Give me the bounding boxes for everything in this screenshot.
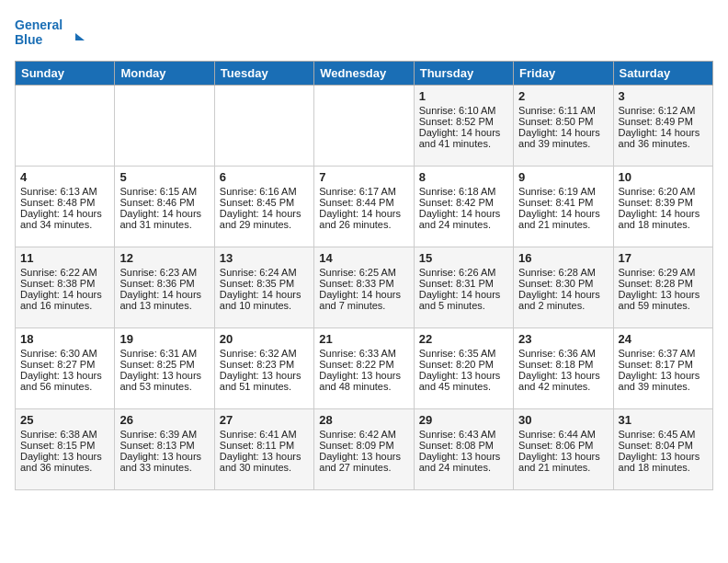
calendar-cell: 16Sunrise: 6:28 AMSunset: 8:30 PMDayligh…: [514, 247, 613, 328]
day-of-week-header: Wednesday: [314, 62, 414, 86]
sunrise-text: Sunrise: 6:31 AM: [119, 348, 209, 359]
calendar-cell: [314, 86, 414, 167]
svg-marker-2: [75, 33, 85, 40]
sunset-text: Sunset: 8:30 PM: [518, 278, 608, 289]
sunset-text: Sunset: 8:06 PM: [518, 440, 608, 451]
day-number: 22: [419, 332, 508, 346]
sunrise-text: Sunrise: 6:18 AM: [419, 186, 508, 197]
calendar-cell: 27Sunrise: 6:41 AMSunset: 8:11 PMDayligh…: [214, 409, 313, 490]
daylight-text: Daylight: 14 hours and 26 minutes.: [319, 208, 408, 230]
daylight-text: Daylight: 14 hours and 5 minutes.: [419, 289, 508, 311]
daylight-text: Daylight: 14 hours and 2 minutes.: [518, 289, 608, 311]
daylight-text: Daylight: 13 hours and 51 minutes.: [220, 370, 309, 392]
sunrise-text: Sunrise: 6:35 AM: [419, 348, 508, 359]
day-number: 5: [119, 170, 209, 184]
sunrise-text: Sunrise: 6:41 AM: [220, 429, 309, 440]
day-number: 9: [518, 170, 608, 184]
day-of-week-header: Sunday: [16, 62, 115, 86]
daylight-text: Daylight: 14 hours and 21 minutes.: [518, 208, 608, 230]
calendar-body: 1Sunrise: 6:10 AMSunset: 8:52 PMDaylight…: [16, 86, 713, 490]
day-number: 27: [220, 413, 309, 427]
day-of-week-header: Saturday: [613, 62, 712, 86]
sunset-text: Sunset: 8:49 PM: [619, 116, 708, 127]
logo-svg: General Blue: [15, 15, 88, 52]
daylight-text: Daylight: 13 hours and 56 minutes.: [20, 370, 109, 392]
sunset-text: Sunset: 8:38 PM: [20, 278, 109, 289]
day-number: 30: [518, 413, 608, 427]
sunrise-text: Sunrise: 6:19 AM: [518, 186, 608, 197]
sunrise-text: Sunrise: 6:16 AM: [220, 186, 309, 197]
sunset-text: Sunset: 8:08 PM: [419, 440, 508, 451]
sunrise-text: Sunrise: 6:30 AM: [20, 348, 109, 359]
sunset-text: Sunset: 8:25 PM: [119, 359, 209, 370]
daylight-text: Daylight: 13 hours and 45 minutes.: [419, 370, 508, 392]
calendar-cell: 6Sunrise: 6:16 AMSunset: 8:45 PMDaylight…: [214, 167, 313, 247]
day-number: 6: [220, 170, 309, 184]
daylight-text: Daylight: 13 hours and 53 minutes.: [119, 370, 209, 392]
calendar-week-row: 1Sunrise: 6:10 AMSunset: 8:52 PMDaylight…: [16, 86, 713, 167]
day-number: 21: [319, 332, 408, 346]
daylight-text: Daylight: 14 hours and 39 minutes.: [518, 127, 608, 149]
sunrise-text: Sunrise: 6:32 AM: [220, 348, 309, 359]
sunrise-text: Sunrise: 6:17 AM: [319, 186, 408, 197]
day-number: 4: [20, 170, 109, 184]
day-number: 10: [619, 170, 708, 184]
sunrise-text: Sunrise: 6:13 AM: [20, 186, 109, 197]
calendar-cell: [214, 86, 313, 167]
sunset-text: Sunset: 8:09 PM: [319, 440, 408, 451]
day-number: 29: [419, 413, 508, 427]
daylight-text: Daylight: 13 hours and 18 minutes.: [619, 451, 708, 473]
calendar-cell: 23Sunrise: 6:36 AMSunset: 8:18 PMDayligh…: [514, 328, 613, 409]
sunrise-text: Sunrise: 6:26 AM: [419, 267, 508, 278]
sunrise-text: Sunrise: 6:28 AM: [518, 267, 608, 278]
sunrise-text: Sunrise: 6:10 AM: [419, 105, 508, 116]
daylight-text: Daylight: 14 hours and 24 minutes.: [419, 208, 508, 230]
sunset-text: Sunset: 8:36 PM: [119, 278, 209, 289]
calendar-cell: 13Sunrise: 6:24 AMSunset: 8:35 PMDayligh…: [214, 247, 313, 328]
daylight-text: Daylight: 13 hours and 42 minutes.: [518, 370, 608, 392]
day-number: 3: [619, 89, 708, 103]
daylight-text: Daylight: 14 hours and 18 minutes.: [619, 208, 708, 230]
sunrise-text: Sunrise: 6:42 AM: [319, 429, 408, 440]
calendar-cell: 15Sunrise: 6:26 AMSunset: 8:31 PMDayligh…: [414, 247, 513, 328]
calendar-cell: 28Sunrise: 6:42 AMSunset: 8:09 PMDayligh…: [314, 409, 414, 490]
daylight-text: Daylight: 13 hours and 59 minutes.: [619, 289, 708, 311]
calendar-cell: 3Sunrise: 6:12 AMSunset: 8:49 PMDaylight…: [613, 86, 712, 167]
daylight-text: Daylight: 14 hours and 13 minutes.: [119, 289, 209, 311]
sunset-text: Sunset: 8:52 PM: [419, 116, 508, 127]
day-number: 19: [119, 332, 209, 346]
sunset-text: Sunset: 8:20 PM: [419, 359, 508, 370]
sunset-text: Sunset: 8:27 PM: [20, 359, 109, 370]
sunrise-text: Sunrise: 6:22 AM: [20, 267, 109, 278]
day-number: 24: [619, 332, 708, 346]
calendar-week-row: 4Sunrise: 6:13 AMSunset: 8:48 PMDaylight…: [16, 167, 713, 247]
calendar-week-row: 11Sunrise: 6:22 AMSunset: 8:38 PMDayligh…: [16, 247, 713, 328]
sunrise-text: Sunrise: 6:38 AM: [20, 429, 109, 440]
sunrise-text: Sunrise: 6:33 AM: [319, 348, 408, 359]
sunrise-text: Sunrise: 6:29 AM: [619, 267, 708, 278]
calendar-cell: 20Sunrise: 6:32 AMSunset: 8:23 PMDayligh…: [214, 328, 313, 409]
page-header: General Blue: [15, 15, 713, 52]
daylight-text: Daylight: 14 hours and 34 minutes.: [20, 208, 109, 230]
day-number: 7: [319, 170, 408, 184]
sunrise-text: Sunrise: 6:36 AM: [518, 348, 608, 359]
sunset-text: Sunset: 8:33 PM: [319, 278, 408, 289]
calendar-cell: 12Sunrise: 6:23 AMSunset: 8:36 PMDayligh…: [115, 247, 214, 328]
calendar-cell: 24Sunrise: 6:37 AMSunset: 8:17 PMDayligh…: [613, 328, 712, 409]
daylight-text: Daylight: 13 hours and 33 minutes.: [119, 451, 209, 473]
calendar-cell: [115, 86, 214, 167]
svg-text:General: General: [15, 17, 63, 32]
calendar-cell: 25Sunrise: 6:38 AMSunset: 8:15 PMDayligh…: [16, 409, 115, 490]
day-number: 13: [220, 251, 309, 265]
daylight-text: Daylight: 14 hours and 10 minutes.: [220, 289, 309, 311]
calendar-cell: 22Sunrise: 6:35 AMSunset: 8:20 PMDayligh…: [414, 328, 513, 409]
daylight-text: Daylight: 13 hours and 27 minutes.: [319, 451, 408, 473]
day-of-week-header: Thursday: [414, 62, 513, 86]
calendar-cell: 8Sunrise: 6:18 AMSunset: 8:42 PMDaylight…: [414, 167, 513, 247]
calendar-week-row: 18Sunrise: 6:30 AMSunset: 8:27 PMDayligh…: [16, 328, 713, 409]
sunset-text: Sunset: 8:31 PM: [419, 278, 508, 289]
sunset-text: Sunset: 8:46 PM: [119, 197, 209, 208]
day-of-week-header: Tuesday: [214, 62, 313, 86]
calendar-cell: 14Sunrise: 6:25 AMSunset: 8:33 PMDayligh…: [314, 247, 414, 328]
day-number: 2: [518, 89, 608, 103]
